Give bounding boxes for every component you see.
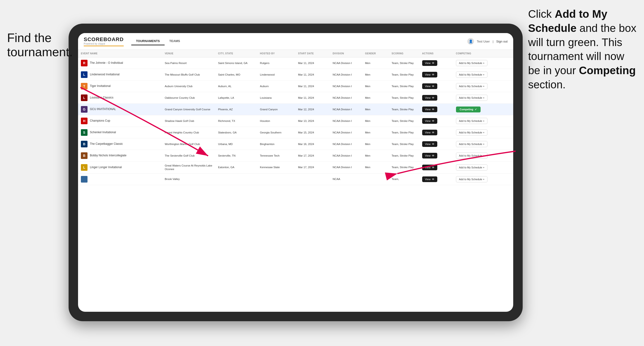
view-button[interactable]: View 👁 [422,83,438,89]
cell-actions: View 👁 [419,81,453,92]
event-name-text: Bobby Nichols Intercollegiate [90,154,126,158]
header-right: 👤 Test User | Sign out [467,38,508,45]
add-to-schedule-button[interactable]: Add to My Schedule + [456,176,488,182]
cell-hosted-by: Louisiana [257,92,295,104]
cell-competing: Add to My Schedule + [453,162,513,173]
eye-icon: 👁 [432,120,434,122]
view-button[interactable]: View 👁 [422,107,438,112]
cell-actions: View 👁 [419,127,453,138]
view-button[interactable]: View 👁 [422,60,438,66]
team-logo: B [81,141,88,147]
cell-start-date: Mar 15, 2024 [295,127,330,138]
view-button[interactable]: View 👁 [422,165,438,170]
event-name-text: Champions Cup [90,119,110,123]
cell-venue: Forest Heights Country Club [162,127,215,138]
table-row: R The Johnnie - O Individual Sea Palms R… [78,57,513,69]
add-to-schedule-button[interactable]: Add to My Schedule + [456,60,488,66]
view-button[interactable]: View 👁 [422,176,438,182]
cell-actions: View 👁 [419,115,453,127]
cell-event-name [78,173,162,185]
cell-scoring: Team, Stroke Play [389,57,419,69]
eye-icon: 👁 [432,154,434,157]
tablet-screen: SCOREBOARD Powered by clippd TOURNAMENTS… [78,33,513,312]
event-name-text: Lindenwood Invitational [90,73,120,77]
cell-venue: Shadow Hawk Golf Club [162,115,215,127]
table-row: T Tiger Invitational Auburn University C… [78,81,513,92]
cell-scoring: Team, Stroke Play [389,127,419,138]
add-schedule-label: Add to My Schedule + [459,166,484,169]
tab-teams[interactable]: TEAMS [164,37,185,45]
view-label: View [425,85,431,88]
cell-hosted-by: Lindenwood [257,69,295,81]
add-to-schedule-button[interactable]: Add to My Schedule + [456,118,488,124]
tab-tournaments[interactable]: TOURNAMENTS [131,37,164,45]
cell-competing: Add to My Schedule + [453,81,513,92]
separator: | [493,40,493,43]
cell-actions: View 👁 [419,162,453,173]
competing-button[interactable]: Competing ✓ [456,107,480,112]
team-logo: T [81,83,88,90]
user-label: Test User [477,40,490,43]
cell-city-state: Saint Simons Island, GA [215,57,257,69]
cell-venue: Great Waters Course At Reynolds Lake Oco… [162,162,215,173]
eye-icon: 👁 [432,85,434,88]
add-to-schedule-button[interactable]: Add to My Schedule + [456,95,488,101]
cell-venue: Worthington Manor Golf Club [162,138,215,150]
table-row: L Louisiana Classics Oakbourne Country C… [78,92,513,104]
cell-division: NCAA Division I [330,162,362,173]
view-button[interactable]: View 👁 [422,95,438,101]
cell-gender [362,173,388,185]
event-name-text: The Johnnie - O Individual [90,61,123,65]
add-to-schedule-button[interactable]: Add to My Schedule + [456,72,488,78]
add-schedule-label: Add to My Schedule + [459,143,484,146]
cell-gender: Men [362,115,388,127]
cell-gender: Men [362,138,388,150]
add-schedule-label: Add to My Schedule + [459,131,484,134]
add-to-schedule-button[interactable]: Add to My Schedule + [456,141,488,147]
view-button[interactable]: View 👁 [422,72,438,77]
cell-venue: The Sevierville Golf Club [162,150,215,162]
cell-venue: Sea Palms Resort [162,57,215,69]
event-name-text: Tiger Invitational [90,84,111,88]
nav-tabs: TOURNAMENTS TEAMS [131,37,185,45]
cell-gender: Men [362,92,388,104]
view-button[interactable]: View 👁 [422,118,438,124]
team-logo: G [81,106,88,113]
add-to-schedule-button[interactable]: Add to My Schedule + [456,153,488,159]
tablet-frame: SCOREBOARD Powered by clippd TOURNAMENTS… [68,24,523,321]
event-name-text: GCU INVITATIONAL [90,107,116,111]
cell-division: NCAA Division I [330,150,362,162]
team-logo: R [81,60,88,66]
view-button[interactable]: View 👁 [422,141,438,147]
cell-hosted-by: Houston [257,115,295,127]
cell-hosted-by: Kennesaw State [257,162,295,173]
cell-start-date: Mar 16, 2024 [295,138,330,150]
cell-venue: The Missouri Bluffs Golf Club [162,69,215,81]
cell-hosted-by: Georgia Southern [257,127,295,138]
cell-city-state [215,173,257,185]
add-schedule-label: Add to My Schedule + [459,96,484,99]
cell-city-state: Auburn, AL [215,81,257,92]
table-row: L Lindenwood Invitational The Missouri B… [78,69,513,81]
sign-out-link[interactable]: Sign out [496,40,508,43]
cell-gender: Men [362,150,388,162]
view-button[interactable]: View 👁 [422,153,438,159]
cell-start-date: Mar 12, 2024 [295,104,330,115]
team-logo: L [81,94,88,101]
cell-actions: View 👁 [419,104,453,115]
instruction-left: Find thetournament. [7,31,73,59]
cell-event-name: B The Carpetbagger Classic [78,138,162,150]
cell-start-date [295,173,330,185]
cell-gender: Men [362,162,388,173]
app-header: SCOREBOARD Powered by clippd TOURNAMENTS… [78,33,513,50]
view-button[interactable]: View 👁 [422,130,438,135]
add-to-schedule-button[interactable]: Add to My Schedule + [456,83,488,89]
add-to-schedule-button[interactable]: Add to My Schedule + [456,129,488,136]
eye-icon: 👁 [432,131,434,134]
cell-city-state: Lafayette, LA [215,92,257,104]
cell-venue: Grand Canyon University Golf Course [162,104,215,115]
add-to-schedule-button[interactable]: Add to My Schedule + [456,164,488,171]
cell-scoring: Team, Stroke Play [389,69,419,81]
instruction-right: Click Add to My Schedule and the box wil… [528,7,637,92]
view-label: View [425,154,431,157]
